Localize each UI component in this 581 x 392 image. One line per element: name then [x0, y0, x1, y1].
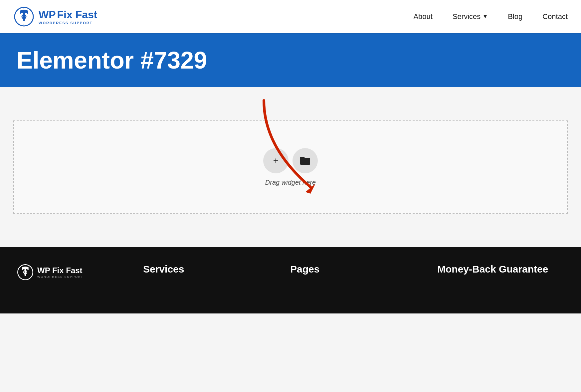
nav-contact[interactable]: Contact — [542, 12, 568, 21]
footer-guarantee-title: Money-Back Guarantee — [437, 264, 564, 275]
footer-services-title: Services — [143, 264, 270, 275]
folder-icon — [299, 155, 311, 167]
main-content: + Drag widget here — [0, 87, 581, 247]
nav-about[interactable]: About — [413, 12, 433, 21]
svg-rect-1 — [23, 12, 25, 21]
footer-guarantee-col: Money-Back Guarantee — [417, 264, 564, 278]
drop-label: Drag widget here — [265, 179, 316, 186]
main-nav: About Services ▼ Blog Contact — [413, 12, 568, 21]
hero-banner: Elementor #7329 — [0, 33, 581, 87]
footer-logo: WP Fix Fast WORDPRESS SUPPORT — [17, 264, 123, 281]
logo-text: WP Fix Fast WORDPRESS SUPPORT — [39, 9, 97, 25]
drop-zone[interactable]: + Drag widget here — [13, 120, 568, 214]
page-title: Elementor #7329 — [17, 47, 564, 74]
logo-fixfast: Fix Fast — [57, 9, 97, 21]
nav-services[interactable]: Services ▼ — [453, 12, 488, 21]
site-footer: WP Fix Fast WORDPRESS SUPPORT Services P… — [0, 247, 581, 313]
logo-tagline: WORDPRESS SUPPORT — [39, 21, 97, 25]
services-dropdown-icon: ▼ — [483, 14, 488, 20]
footer-logo-text: WP Fix Fast WORDPRESS SUPPORT — [37, 266, 84, 279]
add-widget-button[interactable]: + — [263, 148, 289, 173]
site-header: WP Fix Fast WORDPRESS SUPPORT About Serv… — [0, 0, 581, 33]
footer-pages-title: Pages — [290, 264, 417, 275]
footer-logo-col: WP Fix Fast WORDPRESS SUPPORT — [17, 264, 123, 281]
footer-services-col: Services — [123, 264, 270, 278]
svg-rect-7 — [25, 269, 26, 276]
logo-icon — [13, 6, 35, 27]
footer-logo-icon — [17, 264, 34, 281]
nav-blog[interactable]: Blog — [508, 12, 522, 21]
footer-pages-col: Pages — [270, 264, 417, 278]
drop-zone-buttons: + — [263, 148, 318, 173]
logo-wp: WP — [39, 9, 56, 21]
open-template-button[interactable] — [292, 148, 318, 173]
logo[interactable]: WP Fix Fast WORDPRESS SUPPORT — [13, 6, 97, 27]
